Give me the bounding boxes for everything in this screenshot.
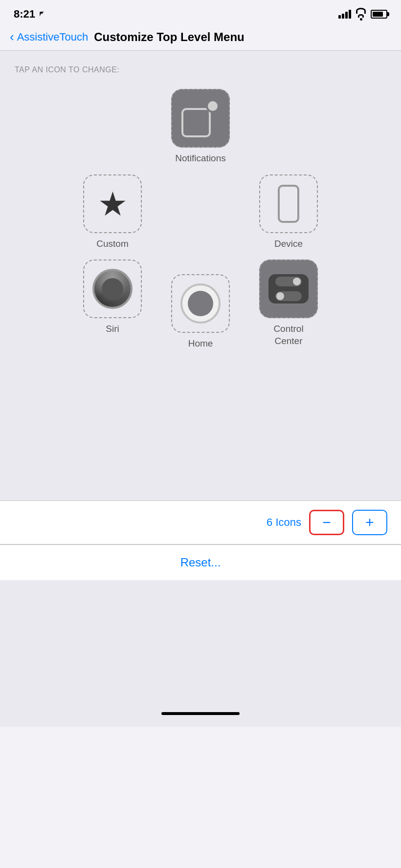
icon-item-home[interactable]: Home xyxy=(171,274,230,350)
notifications-label: Notifications xyxy=(175,152,226,165)
home-icon xyxy=(180,283,221,324)
battery-icon xyxy=(371,10,387,19)
custom-icon-box: ★ xyxy=(83,174,142,233)
home-label: Home xyxy=(188,338,213,350)
increase-button[interactable]: + xyxy=(352,510,387,535)
bottom-area xyxy=(0,580,401,727)
siri-icon-box xyxy=(83,260,142,318)
icon-grid: Notifications ★ Custom Device xyxy=(10,89,391,350)
location-icon xyxy=(38,10,46,18)
device-label: Device xyxy=(274,238,303,250)
toggle-off xyxy=(275,291,302,301)
decrease-button[interactable]: − xyxy=(309,510,344,535)
status-icons xyxy=(338,8,387,21)
signal-icon xyxy=(338,10,351,19)
icon-item-control-center[interactable]: ControlCenter xyxy=(259,260,318,347)
reset-label: Reset... xyxy=(180,556,221,569)
icon-row-middle: ★ Custom Device xyxy=(83,174,318,250)
status-time: 8:21 xyxy=(14,8,46,21)
plus-label: + xyxy=(365,514,374,531)
device-icon-box xyxy=(259,174,318,233)
back-button[interactable]: ‹ AssistiveTouch xyxy=(10,29,88,44)
control-center-icon-box xyxy=(259,260,318,318)
reset-button[interactable]: Reset... xyxy=(180,556,221,569)
icon-item-device[interactable]: Device xyxy=(259,174,318,250)
spacer xyxy=(171,174,230,233)
minus-label: − xyxy=(322,514,331,531)
icon-item-notifications[interactable]: Notifications xyxy=(171,89,230,165)
star-icon: ★ xyxy=(98,187,128,220)
home-indicator xyxy=(161,712,240,715)
icon-item-siri[interactable]: Siri xyxy=(83,260,142,335)
icon-item-custom[interactable]: ★ Custom xyxy=(83,174,142,250)
section-label: TAP AN ICON TO CHANGE: xyxy=(15,65,391,74)
notifications-icon xyxy=(181,99,220,137)
siri-inner xyxy=(102,278,123,300)
notifications-icon-box xyxy=(171,89,230,148)
page-title: Customize Top Level Menu xyxy=(94,30,245,44)
main-content: TAP AN ICON TO CHANGE: Notifications ★ xyxy=(0,51,401,500)
wifi-icon xyxy=(356,8,366,21)
icon-row-top: Notifications xyxy=(171,89,230,165)
status-bar: 8:21 xyxy=(0,0,401,25)
toggle-thumb-off xyxy=(276,292,284,300)
home-inner xyxy=(188,291,213,316)
bottom-toolbar: 6 Icons − + xyxy=(0,500,401,544)
siri-label: Siri xyxy=(106,323,119,335)
siri-icon xyxy=(92,269,133,309)
back-label: AssistiveTouch xyxy=(17,31,89,43)
device-icon xyxy=(278,185,299,223)
chevron-left-icon: ‹ xyxy=(10,29,14,44)
icon-row-bottom: Siri Home xyxy=(83,260,318,350)
reset-section: Reset... xyxy=(0,545,401,580)
home-icon-box xyxy=(171,274,230,333)
custom-label: Custom xyxy=(96,238,128,250)
icons-count: 6 Icons xyxy=(267,516,301,529)
toggle-thumb-on xyxy=(293,278,301,285)
time-display: 8:21 xyxy=(14,8,35,21)
control-center-label: ControlCenter xyxy=(273,323,303,347)
nav-bar: ‹ AssistiveTouch Customize Top Level Men… xyxy=(0,25,401,50)
control-center-icon xyxy=(268,274,309,304)
toggle-on xyxy=(275,277,302,286)
